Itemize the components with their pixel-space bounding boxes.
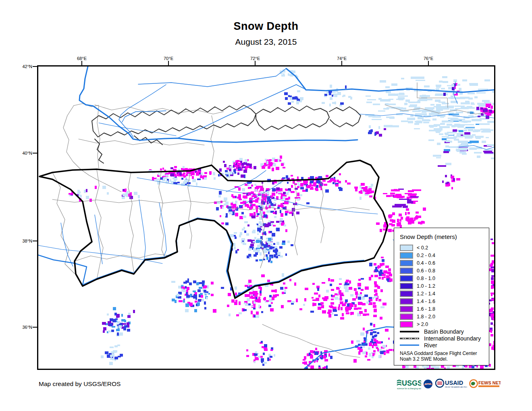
snow-cell bbox=[260, 293, 262, 296]
snow-cell bbox=[494, 324, 494, 326]
snow-cell bbox=[380, 306, 384, 308]
legend-color-swatch bbox=[400, 252, 413, 259]
snow-cell bbox=[382, 303, 387, 305]
snow-cell bbox=[287, 182, 289, 184]
snow-cell bbox=[239, 216, 243, 219]
snow-cell bbox=[423, 208, 426, 211]
snow-cell bbox=[420, 95, 430, 97]
snow-cell bbox=[281, 163, 284, 166]
snow-cell bbox=[371, 184, 373, 187]
snow-cell bbox=[481, 113, 484, 116]
snow-cell bbox=[484, 79, 490, 81]
snow-cell bbox=[267, 280, 270, 282]
snow-cell bbox=[365, 286, 369, 290]
legend-class-row: < 0.2 bbox=[400, 244, 486, 251]
snow-cell bbox=[318, 307, 320, 309]
snow-cell bbox=[264, 344, 267, 347]
snow-cell bbox=[337, 92, 341, 95]
snow-cell bbox=[288, 95, 290, 97]
snow-cell bbox=[389, 214, 393, 217]
legend-class-row: 1.2 - 1.4 bbox=[400, 290, 486, 297]
snow-cell bbox=[310, 365, 314, 369]
snow-cell bbox=[273, 296, 276, 298]
snow-cell bbox=[316, 181, 320, 183]
snow-cell bbox=[433, 155, 441, 157]
snow-cell bbox=[283, 167, 285, 168]
snow-cell bbox=[217, 201, 220, 204]
logo-strip: USGS science for a changing world NASA U… bbox=[396, 375, 497, 393]
snow-cell bbox=[246, 294, 250, 297]
snow-cell bbox=[211, 294, 214, 296]
snow-cell bbox=[373, 315, 377, 317]
snow-cell bbox=[380, 229, 382, 232]
snow-cell bbox=[255, 299, 258, 301]
snow-cell bbox=[289, 74, 291, 76]
snow-cell bbox=[434, 128, 443, 131]
snow-cell bbox=[117, 345, 120, 346]
snow-cell bbox=[276, 221, 280, 223]
snow-cell bbox=[330, 178, 332, 180]
snow-cell bbox=[254, 315, 256, 318]
snow-cell bbox=[276, 167, 279, 170]
snow-cell bbox=[329, 91, 331, 95]
snow-cell bbox=[209, 171, 212, 174]
snow-cell bbox=[276, 242, 279, 245]
snow-cell bbox=[377, 348, 379, 351]
snow-cell bbox=[411, 193, 417, 195]
snow-cell bbox=[172, 299, 175, 301]
snow-cell bbox=[489, 110, 492, 113]
snow-cell bbox=[373, 350, 376, 352]
snow-cell bbox=[324, 184, 327, 186]
snow-cell bbox=[107, 313, 109, 316]
snow-cell bbox=[345, 289, 349, 292]
snow-cell bbox=[365, 355, 367, 357]
snow-cell bbox=[380, 263, 382, 266]
snow-cell bbox=[255, 249, 257, 252]
snow-cell bbox=[447, 85, 452, 86]
snow-cell bbox=[439, 126, 450, 128]
snow-cell bbox=[108, 330, 111, 332]
snow-cell bbox=[354, 308, 358, 310]
snow-cell bbox=[258, 286, 261, 289]
snow-cell bbox=[272, 193, 275, 196]
snow-cell bbox=[365, 186, 368, 189]
longitude-tick-label: 76°E bbox=[420, 56, 437, 61]
legend-class-label: 1.0 - 1.2 bbox=[417, 283, 435, 289]
snow-cell bbox=[288, 197, 290, 199]
snow-cell bbox=[268, 251, 270, 254]
snow-cell bbox=[233, 169, 236, 172]
snow-cell bbox=[263, 362, 267, 364]
legend: Snow Depth (meters) < 0.20.2 - 0.40.4 - … bbox=[394, 228, 489, 365]
snow-cell bbox=[378, 341, 381, 344]
snow-cell bbox=[251, 185, 253, 187]
snow-cell bbox=[373, 331, 376, 333]
snow-cell bbox=[317, 288, 319, 291]
snow-cell bbox=[237, 172, 239, 175]
legend-class-label: 0.8 - 1.0 bbox=[417, 276, 435, 281]
snow-cell bbox=[305, 189, 308, 192]
snow-cell bbox=[382, 277, 384, 280]
snow-cell bbox=[269, 359, 271, 361]
snow-cell bbox=[204, 301, 206, 305]
snow-cell bbox=[103, 330, 105, 333]
snow-cell bbox=[366, 352, 368, 355]
snow-cell bbox=[481, 131, 491, 133]
snow-cell bbox=[345, 299, 348, 302]
snow-cell bbox=[439, 81, 443, 83]
snow-cell bbox=[261, 311, 263, 313]
snow-cell bbox=[237, 197, 241, 199]
snow-cell bbox=[410, 218, 414, 221]
snow-cell bbox=[423, 122, 429, 123]
snow-cell bbox=[441, 88, 445, 89]
snow-cell bbox=[274, 199, 276, 201]
longitude-tick-label: 70°E bbox=[160, 56, 177, 61]
snow-cell bbox=[221, 222, 224, 224]
snow-cell bbox=[294, 282, 296, 286]
snow-cell bbox=[331, 299, 334, 300]
snow-cell bbox=[487, 144, 494, 146]
snow-cell bbox=[360, 347, 362, 349]
snow-cell bbox=[395, 194, 401, 195]
snow-cell bbox=[274, 208, 276, 210]
snow-cell bbox=[451, 187, 453, 189]
snow-cell bbox=[105, 351, 108, 354]
